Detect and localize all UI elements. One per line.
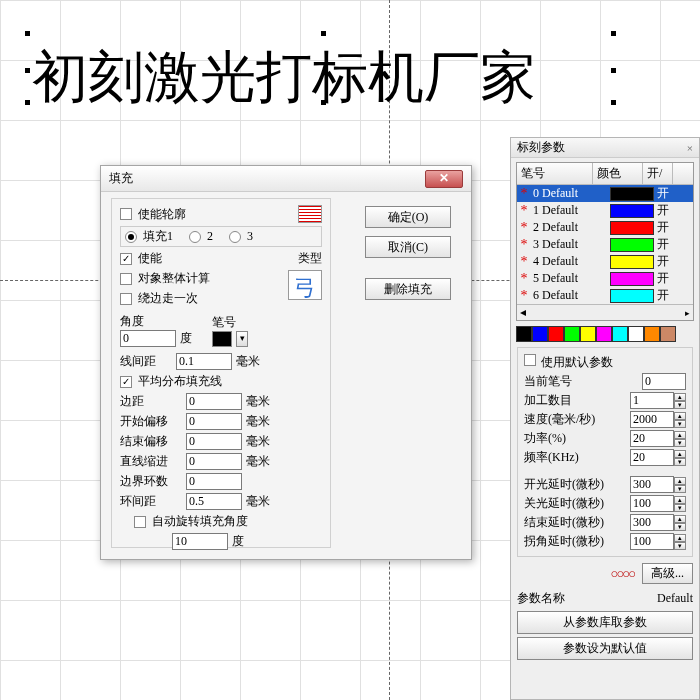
corner-delay-input[interactable]: [630, 533, 674, 550]
col-on[interactable]: 开/: [643, 163, 673, 184]
fill3-radio[interactable]: [229, 231, 241, 243]
pen-color: [610, 187, 654, 201]
hatch-dialog: 填充 ✕ 使能轮廓 填充1 2 3 使能 类型: [100, 165, 472, 560]
use-default-checkbox[interactable]: [524, 354, 536, 366]
star-icon: *: [517, 220, 531, 236]
star-icon: *: [517, 288, 531, 304]
palette-swatch[interactable]: [660, 326, 676, 342]
whole-calc-checkbox[interactable]: [120, 273, 132, 285]
dialog-titlebar[interactable]: 填充 ✕: [101, 166, 471, 192]
close-icon[interactable]: ✕: [425, 170, 463, 188]
pen-color: [610, 238, 654, 252]
frequency-input[interactable]: [630, 449, 674, 466]
delete-hatch-button[interactable]: 删除填充: [365, 278, 451, 300]
palette-swatch[interactable]: [596, 326, 612, 342]
edge-loops-input[interactable]: [186, 473, 242, 490]
set-default-button[interactable]: 参数设为默认值: [517, 637, 693, 660]
palette-swatch[interactable]: [548, 326, 564, 342]
selection-box: [28, 34, 613, 102]
fill1-radio[interactable]: [125, 231, 137, 243]
pen-color: [610, 255, 654, 269]
pen-row[interactable]: *3 Default开: [517, 236, 693, 253]
advanced-button[interactable]: 高级...: [642, 563, 693, 584]
fill2-radio[interactable]: [189, 231, 201, 243]
pen-color-swatch[interactable]: [212, 331, 232, 347]
enable-checkbox[interactable]: [120, 253, 132, 265]
pen-row[interactable]: *6 Default开: [517, 287, 693, 304]
avg-dist-checkbox[interactable]: [120, 376, 132, 388]
col-color[interactable]: 颜色: [593, 163, 643, 184]
auto-rotate-checkbox[interactable]: [134, 516, 146, 528]
spinner-icon[interactable]: ▴▾: [674, 515, 686, 531]
cancel-button[interactable]: 取消(C): [365, 236, 451, 258]
pen-row[interactable]: *5 Default开: [517, 270, 693, 287]
panel-titlebar[interactable]: 标刻参数 ×: [511, 138, 699, 158]
off-delay-input[interactable]: [630, 495, 674, 512]
pen-row[interactable]: *2 Default开: [517, 219, 693, 236]
line-reduction-input[interactable]: [186, 453, 242, 470]
pen-color: [610, 204, 654, 218]
hatch-preview-icon[interactable]: [298, 205, 322, 223]
spinner-icon[interactable]: ▴▾: [674, 496, 686, 512]
hatch-type-icon[interactable]: [288, 270, 322, 300]
palette-swatch[interactable]: [564, 326, 580, 342]
col-pen[interactable]: 笔号: [517, 163, 593, 184]
star-icon: *: [517, 271, 531, 287]
star-icon: *: [517, 203, 531, 219]
pen-dropdown-icon[interactable]: ▾: [236, 331, 248, 347]
palette-swatch[interactable]: [644, 326, 660, 342]
end-offset-input[interactable]: [186, 433, 242, 450]
palette-swatch[interactable]: [516, 326, 532, 342]
pen-color: [610, 289, 654, 303]
ring-gap-input[interactable]: [186, 493, 242, 510]
spinner-icon[interactable]: ▴▾: [674, 393, 686, 409]
end-delay-input[interactable]: [630, 514, 674, 531]
spinner-icon[interactable]: ▴▾: [674, 431, 686, 447]
start-offset-input[interactable]: [186, 413, 242, 430]
table-scrollbar[interactable]: ◂▸: [517, 304, 693, 320]
line-gap-input[interactable]: [176, 353, 232, 370]
palette-swatch[interactable]: [612, 326, 628, 342]
rotate-angle-input[interactable]: [172, 533, 228, 550]
palette-swatch[interactable]: [580, 326, 596, 342]
pen-row[interactable]: *4 Default开: [517, 253, 693, 270]
spinner-icon[interactable]: ▴▾: [674, 412, 686, 428]
palette-swatch[interactable]: [532, 326, 548, 342]
margin-input[interactable]: [186, 393, 242, 410]
dialog-title: 填充: [109, 170, 133, 187]
param-name-value: Default: [657, 591, 693, 606]
process-count-input[interactable]: [630, 392, 674, 409]
enable-outline-checkbox[interactable]: [120, 208, 132, 220]
panel-title: 标刻参数: [517, 139, 565, 156]
angle-input[interactable]: [120, 330, 176, 347]
color-palette: [516, 326, 694, 342]
pen-color: [610, 221, 654, 235]
spinner-icon[interactable]: ▴▾: [674, 534, 686, 550]
spinner-icon[interactable]: ▴▾: [674, 450, 686, 466]
load-from-library-button[interactable]: 从参数库取参数: [517, 611, 693, 634]
hatch-frame: 使能轮廓 填充1 2 3 使能 类型 对象整体计算 绕边走一次: [111, 198, 331, 548]
star-icon: *: [517, 186, 531, 202]
pen-color: [610, 272, 654, 286]
current-pen-input[interactable]: [642, 373, 686, 390]
on-delay-input[interactable]: [630, 476, 674, 493]
pen-row[interactable]: *0 Default开: [517, 185, 693, 202]
marking-params-panel: 标刻参数 × 笔号 颜色 开/ *0 Default开*1 Default开*2…: [510, 137, 700, 700]
power-input[interactable]: [630, 430, 674, 447]
pen-table: 笔号 颜色 开/ *0 Default开*1 Default开*2 Defaul…: [516, 162, 694, 321]
rings-icon[interactable]: ○○○○: [611, 566, 634, 582]
palette-swatch[interactable]: [628, 326, 644, 342]
ok-button[interactable]: 确定(O): [365, 206, 451, 228]
pin-icon[interactable]: ×: [687, 142, 693, 154]
enable-outline-label: 使能轮廓: [138, 206, 186, 223]
pen-row[interactable]: *1 Default开: [517, 202, 693, 219]
star-icon: *: [517, 254, 531, 270]
spinner-icon[interactable]: ▴▾: [674, 477, 686, 493]
speed-input[interactable]: [630, 411, 674, 428]
star-icon: *: [517, 237, 531, 253]
walk-once-checkbox[interactable]: [120, 293, 132, 305]
